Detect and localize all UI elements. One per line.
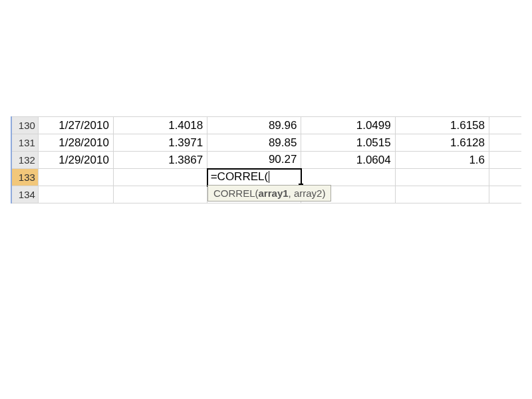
tooltip-arg2: array2 <box>294 188 323 199</box>
tooltip-arg1: array1 <box>259 188 289 199</box>
cell[interactable]: 1/29/2010 <box>38 152 113 169</box>
cell[interactable] <box>113 186 207 203</box>
cell[interactable]: 1.0515 <box>301 134 395 152</box>
cell[interactable]: 1.0604 <box>301 152 395 169</box>
cell[interactable] <box>301 169 395 186</box>
text-cursor <box>269 171 269 183</box>
cell[interactable]: 1.0499 <box>301 117 395 134</box>
cell[interactable]: 1.3867 <box>113 152 207 169</box>
cell[interactable]: 89.96 <box>207 117 301 134</box>
cell[interactable] <box>489 169 521 186</box>
cell[interactable] <box>489 186 521 203</box>
formula-editing-cell[interactable]: =CORREL( <box>207 169 301 186</box>
cell[interactable]: 1.6 <box>395 152 489 169</box>
table-row-editing: 133 =CORREL( <box>11 169 521 186</box>
table-row: 132 1/29/2010 1.3867 90.27 1.0604 1.6 <box>11 152 521 169</box>
cell[interactable]: 1.4018 <box>113 117 207 134</box>
row-header-133-active[interactable]: 133 <box>11 169 38 186</box>
cell[interactable] <box>38 186 113 203</box>
function-tooltip: CORREL(array1, array2) <box>207 185 331 201</box>
cell[interactable]: 90.27 <box>207 152 301 169</box>
cell[interactable] <box>489 117 521 134</box>
row-header-132[interactable]: 132 <box>11 152 38 169</box>
cell[interactable]: 89.85 <box>207 134 301 152</box>
table-row: 131 1/28/2010 1.3971 89.85 1.0515 1.6128 <box>11 134 521 152</box>
tooltip-close: ) <box>322 188 325 199</box>
cell[interactable]: 1.3971 <box>113 134 207 152</box>
cell[interactable]: 1/28/2010 <box>38 134 113 152</box>
row-header-130[interactable]: 130 <box>11 117 38 134</box>
tooltip-fn: CORREL( <box>213 188 259 199</box>
cell[interactable] <box>489 152 521 169</box>
cell[interactable] <box>395 186 489 203</box>
cell[interactable]: 1.6128 <box>395 134 489 152</box>
spreadsheet-grid[interactable]: 130 1/27/2010 1.4018 89.96 1.0499 1.6158… <box>11 116 521 203</box>
cell[interactable]: 1.6158 <box>395 117 489 134</box>
table-row: 130 1/27/2010 1.4018 89.96 1.0499 1.6158 <box>11 117 521 134</box>
row-header-131[interactable]: 131 <box>11 134 38 152</box>
cell[interactable]: 1/27/2010 <box>38 117 113 134</box>
formula-text: =CORREL( <box>211 170 269 184</box>
tooltip-sep: , <box>289 188 294 199</box>
cell[interactable] <box>38 169 113 186</box>
cell[interactable] <box>113 169 207 186</box>
cell[interactable] <box>489 134 521 152</box>
row-header-134[interactable]: 134 <box>11 186 38 203</box>
cell[interactable] <box>395 169 489 186</box>
